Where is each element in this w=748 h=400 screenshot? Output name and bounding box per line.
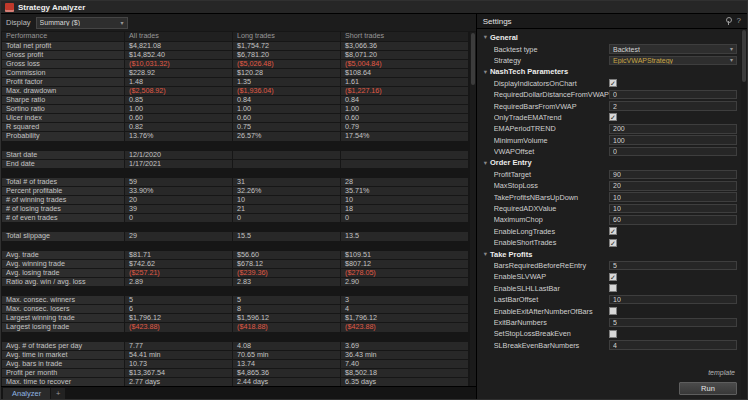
section-header-order-entry[interactable]: ▾Order Entry xyxy=(481,157,737,168)
row-label: Start date xyxy=(2,151,124,159)
cell-value: 29 xyxy=(125,232,232,240)
table-row-largest-winning-trade: Largest winning trade$1,796.12$1,596.12$… xyxy=(2,314,468,322)
spacer-row xyxy=(2,287,468,295)
settings-scrollbar-thumb[interactable] xyxy=(742,30,746,82)
cell-value: ($239.36) xyxy=(233,269,340,277)
setting-maximumchop: MaximumChop60 xyxy=(481,214,737,225)
setting-checkbox-onlytradeematrend[interactable]: ✓ xyxy=(609,113,617,121)
settings-scrollbar[interactable] xyxy=(741,29,747,400)
setting-value: 0 xyxy=(613,148,617,155)
cell-value: $678.12 xyxy=(233,260,340,268)
setting-control xyxy=(609,330,737,338)
titlebar[interactable]: Strategy Analyzer xyxy=(1,1,747,14)
row-label: Largest losing trade xyxy=(2,323,124,331)
setting-checkbox-enablelongtrades[interactable]: ✓ xyxy=(609,227,617,235)
setting-strategy: StrategyEpicVWAPStrategy▾ xyxy=(481,55,737,66)
grid-scrollbar-thumb[interactable] xyxy=(471,33,475,85)
cell-value: 2.90 xyxy=(341,278,468,286)
cell-value: 3.69 xyxy=(341,342,468,350)
cell-value: 59 xyxy=(125,178,232,186)
setting-label: EMAPeriodTREND xyxy=(494,124,609,133)
run-button[interactable]: Run xyxy=(679,382,737,395)
tab-analyzer[interactable]: Analyzer xyxy=(3,388,50,400)
cell-value: 28 xyxy=(341,178,468,186)
help-icon[interactable]: ? xyxy=(737,17,741,25)
setting-input-requireddollardistancefromvwap[interactable]: 0 xyxy=(609,90,737,100)
spacer-row xyxy=(2,142,468,150)
setting-value: 0 xyxy=(613,91,617,98)
setting-input-emaperiodtrend[interactable]: 200 xyxy=(609,124,737,134)
setting-input-takeprofitsnbarsupdown[interactable]: 10 xyxy=(609,192,737,202)
cell-value: 18 xyxy=(341,205,468,213)
add-tab-button[interactable]: + xyxy=(51,388,65,400)
performance-grid-header: PerformanceAll tradesLong tradesShort tr… xyxy=(2,32,468,41)
setting-input-barsrequiredbeforereentry[interactable]: 5 xyxy=(609,261,737,271)
cell-value: ($5,004.84) xyxy=(341,60,468,68)
setting-lastbaroffset: LastBarOffset10 xyxy=(481,294,737,305)
section-header-general[interactable]: ▾General xyxy=(481,32,737,43)
row-label: Gross loss xyxy=(2,60,124,68)
setting-checkbox-setstoplossbreakeven[interactable] xyxy=(609,330,617,338)
row-label: Profit per month xyxy=(2,369,124,377)
setting-checkbox-enableslhllastbar[interactable] xyxy=(609,284,617,292)
cell-value: 2.89 xyxy=(125,278,232,286)
setting-input-slbreakevenbarnumbers[interactable]: 4 xyxy=(609,340,737,350)
cell-value xyxy=(341,151,468,159)
setting-select-backtest-type[interactable]: Backtest▾ xyxy=(609,44,737,54)
setting-checkbox-enableexitafternumberofbars[interactable] xyxy=(609,307,617,315)
setting-input-vwapoffset[interactable]: 0 xyxy=(609,147,737,157)
section-header-take-profits[interactable]: ▾Take Profits xyxy=(481,248,737,259)
cell-value: $1,796.12 xyxy=(341,314,468,322)
cell-value: 10 xyxy=(341,196,468,204)
row-label: Ratio avg. win / avg. loss xyxy=(2,278,124,286)
table-row-total-of-trades: Total # of trades593128 xyxy=(2,178,468,186)
setting-backtest-type: Backtest typeBacktest▾ xyxy=(481,43,737,54)
setting-label: SetStopLossBreakEven xyxy=(494,329,609,338)
display-dropdown[interactable]: Summary ($) ▾ xyxy=(36,17,128,29)
setting-input-maxstoploss[interactable]: 20 xyxy=(609,181,737,191)
setting-input-requiredadxvalue[interactable]: 10 xyxy=(609,204,737,214)
setting-checkbox-enableshorttrades[interactable]: ✓ xyxy=(609,239,617,247)
collapse-icon: ▾ xyxy=(484,160,487,167)
collapse-icon: ▾ xyxy=(484,34,487,41)
setting-input-lastbaroffset[interactable]: 10 xyxy=(609,295,737,305)
setting-requiredadxvalue: RequiredADXValue10 xyxy=(481,203,737,214)
table-row-avg-time-in-market: Avg. time in market54.41 min70.65 min36.… xyxy=(2,351,468,359)
row-label: Percent profitable xyxy=(2,187,124,195)
setting-control xyxy=(609,284,737,292)
pin-icon[interactable] xyxy=(725,17,732,25)
cell-value: 15.5 xyxy=(233,232,340,240)
row-label: Avg. winning trade xyxy=(2,260,124,268)
section-header-nashtech-parameters[interactable]: ▾NashTech Parameters xyxy=(481,66,737,77)
template-link[interactable]: template xyxy=(708,369,735,376)
column-header-all-trades[interactable]: All trades xyxy=(125,32,232,41)
cell-value: 4.08 xyxy=(233,342,340,350)
column-header-short-trades[interactable]: Short trades xyxy=(341,32,468,41)
cell-value: 0 xyxy=(125,214,232,222)
cell-value xyxy=(233,151,340,159)
setting-label: EnableSLVWAP xyxy=(494,272,609,281)
column-header-performance[interactable]: Performance xyxy=(2,32,124,41)
setting-checkbox-displayindicatorsonchart[interactable]: ✓ xyxy=(609,79,617,87)
column-header-long-trades[interactable]: Long trades xyxy=(233,32,340,41)
setting-input-profittarget[interactable]: 90 xyxy=(609,170,737,180)
row-label: Largest winning trade xyxy=(2,314,124,322)
row-label: Avg. time in market xyxy=(2,351,124,359)
setting-enablelongtrades: EnableLongTrades✓ xyxy=(481,226,737,237)
setting-input-requiredbarsfromvwap[interactable]: 2 xyxy=(609,101,737,111)
cell-value: 7.40 xyxy=(341,360,468,368)
setting-input-maximumchop[interactable]: 60 xyxy=(609,215,737,225)
table-row-largest-losing-trade: Largest losing trade($423.88)($418.88)($… xyxy=(2,323,468,331)
cell-value: 21 xyxy=(233,205,340,213)
setting-input-minimumvolume[interactable]: 100 xyxy=(609,135,737,145)
cell-value: 0 xyxy=(341,214,468,222)
setting-minimumvolume: MinimumVolume100 xyxy=(481,135,737,146)
setting-select-strategy[interactable]: EpicVWAPStrategy▾ xyxy=(609,56,737,66)
grid-scrollbar[interactable] xyxy=(470,32,476,386)
table-row-gross-profit: Gross profit$14,852.40$6,781.20$8,071.20 xyxy=(2,51,468,59)
setting-vwapoffset: VWAPOffset0 xyxy=(481,146,737,157)
setting-input-exitbarnumbers[interactable]: 5 xyxy=(609,318,737,328)
setting-checkbox-enableslvwap[interactable]: ✓ xyxy=(609,273,617,281)
cell-value: 1/17/2021 xyxy=(125,160,232,168)
table-row-ratio-avg-win-avg-loss: Ratio avg. win / avg. loss2.892.832.90 xyxy=(2,278,468,286)
